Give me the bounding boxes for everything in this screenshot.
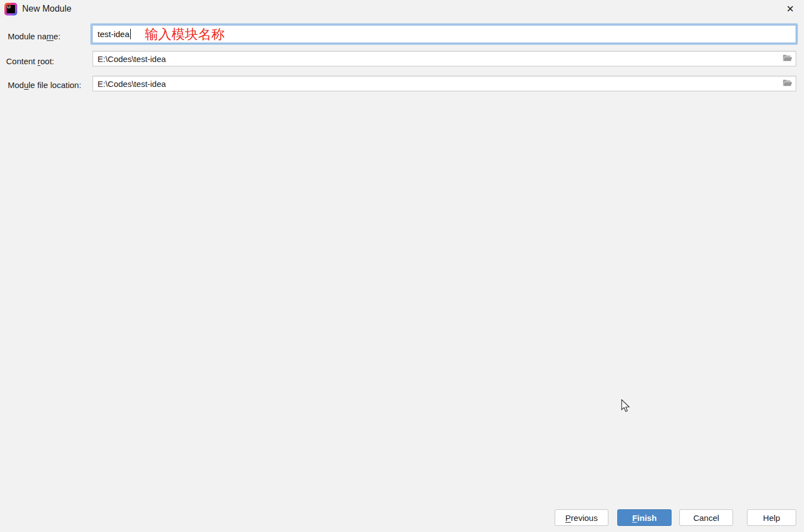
finish-button[interactable]: Finish <box>617 509 672 526</box>
open-folder-icon <box>782 54 792 64</box>
close-icon: ✕ <box>786 3 794 15</box>
window-title: New Module <box>22 4 71 14</box>
module-file-location-input[interactable] <box>93 76 796 91</box>
content-root-browse-button[interactable] <box>781 53 794 64</box>
help-button[interactable]: Help <box>747 509 796 526</box>
module-name-label: Module name: <box>8 32 60 41</box>
module-file-location-label: Module file location: <box>8 80 81 90</box>
mouse-cursor <box>621 399 632 416</box>
close-button[interactable]: ✕ <box>781 1 799 17</box>
cancel-button[interactable]: Cancel <box>679 509 733 526</box>
open-folder-icon <box>782 79 792 89</box>
text-caret <box>130 29 131 39</box>
intellij-idea-icon: IJ <box>4 3 17 16</box>
module-name-annotation: 输入模块名称 <box>145 27 225 42</box>
title-bar: IJ New Module ✕ <box>0 0 804 18</box>
module-file-location-browse-button[interactable] <box>781 78 794 89</box>
module-name-value: test-idea <box>98 29 130 39</box>
previous-button[interactable]: Previous <box>555 509 608 526</box>
module-name-input[interactable]: test-idea 输入模块名称 <box>92 25 796 43</box>
content-root-input[interactable] <box>93 51 796 66</box>
intellij-idea-icon-label: IJ <box>7 5 15 13</box>
content-root-label: Content root: <box>6 56 54 66</box>
